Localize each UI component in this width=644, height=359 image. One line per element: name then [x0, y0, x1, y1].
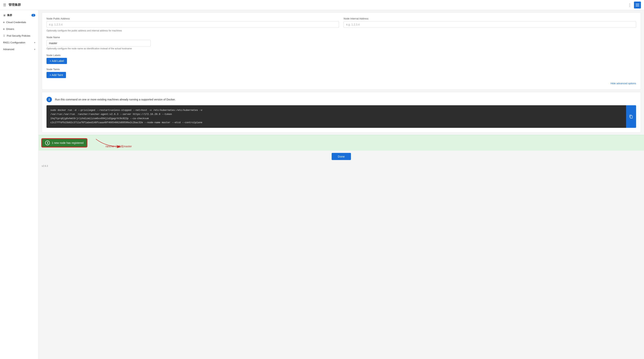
done-button[interactable]: Done [332, 153, 351, 160]
sidebar-item-label: Cloud Credentials [6, 21, 26, 24]
code-block-wrapper: sudo docker run -d --privileged --restar… [46, 105, 636, 128]
step2-description: Run this command on one or more existing… [55, 97, 176, 102]
command-code: sudo docker run -d --privileged --restar… [46, 105, 626, 128]
sidebar-item-label: Advanced [3, 48, 14, 51]
node-internal-address-label: Node Internal Address [344, 17, 636, 20]
cluster-label: 集群 [7, 13, 12, 17]
hide-advanced-label: Hide advanced options [610, 82, 636, 85]
sidebar-item-label: RKE1 Configuration [3, 41, 25, 44]
topbar: ☰ 管理集群 ⋮ [0, 0, 644, 10]
more-options-icon[interactable]: ⋮ [628, 3, 632, 7]
rancher-logo [634, 1, 641, 8]
sidebar-item-rke1-configuration[interactable]: RKE1 Configuration ▾ [0, 39, 38, 46]
step2-header: 2 Run this command on one or more existi… [46, 97, 636, 102]
node-labels-label: Node Labels [46, 54, 636, 57]
step2-number: 2 [46, 97, 52, 102]
annotation-text: rancher 已发现master [106, 145, 132, 148]
add-taint-button[interactable]: + Add Taint [46, 72, 66, 78]
node-name-group: Node Name Optionally configure the node … [46, 36, 636, 50]
sidebar-item-advanced[interactable]: Advanced ▾ [0, 46, 38, 53]
dot-icon [3, 21, 5, 23]
node-name-input[interactable] [46, 40, 151, 46]
sidebar-item-label: Pod Security Policies [7, 34, 30, 37]
copy-icon [629, 115, 633, 119]
dot-icon [3, 28, 5, 30]
node-internal-address-input[interactable] [344, 21, 636, 28]
node-name-hint: Optionally configure the node name as id… [46, 47, 636, 50]
form-section: Node Public Address Node Internal Addres… [42, 12, 641, 90]
cluster-badge: 2 [32, 14, 35, 16]
notification-bar: ℹ 1 new node has registered rancher 已发现m… [38, 135, 644, 151]
footer: v2.6.3 [38, 162, 644, 170]
notification-message: 1 new node has registered [52, 141, 84, 144]
add-label-button[interactable]: + Add Label [46, 58, 67, 64]
bar-icon: ☰ [3, 34, 5, 37]
notification-box: ℹ 1 new node has registered [42, 139, 87, 147]
sidebar-item-cloud-credentials[interactable]: Cloud Credentials [0, 19, 38, 26]
node-public-address-input[interactable] [46, 21, 339, 28]
hide-advanced-options[interactable]: Hide advanced options [46, 82, 636, 85]
main-content: Node Public Address Node Internal Addres… [38, 10, 644, 359]
step2-section: 2 Run this command on one or more existi… [42, 92, 641, 133]
version-label: v2.6.3 [42, 165, 48, 167]
copy-command-button[interactable] [626, 105, 636, 128]
chevron-icon: ▾ [34, 48, 35, 51]
address-hint: Optionally configure the public address … [46, 29, 636, 32]
node-taints-group: Node Taints + Add Taint [46, 68, 636, 78]
address-row: Node Public Address Node Internal Addres… [46, 17, 636, 28]
notification-icon: ℹ [45, 141, 50, 145]
node-internal-address-group: Node Internal Address [344, 17, 636, 28]
hamburger-icon[interactable]: ☰ [3, 3, 6, 7]
node-name-label: Node Name [46, 36, 636, 39]
chevron-icon: ▾ [34, 41, 35, 44]
node-public-address-label: Node Public Address [46, 17, 339, 20]
sidebar-item-drivers[interactable]: Drivers [0, 26, 38, 32]
node-public-address-group: Node Public Address [46, 17, 339, 28]
sidebar: 🖥 集群 2 Cloud Credentials Drivers ☰ Pod S… [0, 10, 38, 359]
node-labels-group: Node Labels + Add Label [46, 54, 636, 64]
sidebar-item-pod-security-policies[interactable]: ☰ Pod Security Policies [0, 32, 38, 39]
node-taints-label: Node Taints [46, 68, 636, 71]
sidebar-item-cluster[interactable]: 🖥 集群 2 [0, 11, 38, 19]
page-title: 管理集群 [8, 3, 21, 7]
sidebar-item-label: Drivers [6, 27, 14, 30]
done-button-area: Done [38, 151, 644, 162]
